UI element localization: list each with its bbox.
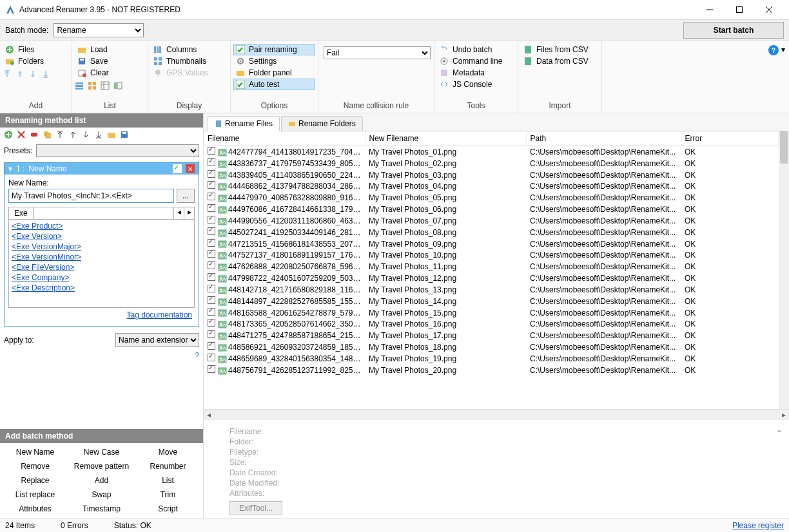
arrow-up-all-icon[interactable] xyxy=(3,70,12,79)
batch-method-new-name[interactable]: New Name xyxy=(3,446,68,459)
table-row[interactable]: 444990556_412003111806860_4633277...My T… xyxy=(204,215,779,227)
tag-link[interactable]: <Exe Version> xyxy=(12,231,191,242)
import-files-csv[interactable]: Files from CSV xyxy=(521,44,596,55)
table-row[interactable]: 444479970_408576328809880_9169047...My T… xyxy=(204,192,779,204)
table-row[interactable]: 448173365_420528507614662_3509165...My T… xyxy=(204,318,779,330)
options-folder-panel[interactable]: Folder panel xyxy=(233,67,315,79)
batch-method-move[interactable]: Move xyxy=(135,446,200,459)
tag-tab-exe[interactable]: Exe xyxy=(9,207,34,219)
options-pair[interactable]: Pair renaming xyxy=(233,44,315,55)
row-checkbox[interactable] xyxy=(208,342,215,350)
table-row[interactable]: 448659689_432840156380354_1484698...My T… xyxy=(204,353,779,365)
batch-method-script[interactable]: Script xyxy=(135,502,200,515)
batch-method-replace[interactable]: Replace xyxy=(3,474,68,487)
options-auto-test[interactable]: Auto test xyxy=(233,79,315,90)
table-row[interactable]: 447213515_415686181438553_2071835...My T… xyxy=(204,238,779,250)
row-checkbox[interactable] xyxy=(208,330,215,338)
tools-meta[interactable]: Metadata xyxy=(437,67,512,79)
tag-link[interactable]: <Exe Product> xyxy=(12,221,191,231)
presets-select[interactable] xyxy=(36,144,199,157)
batch-method-attributes[interactable]: Attributes xyxy=(3,502,68,515)
close-button[interactable] xyxy=(754,0,784,19)
exiftool-button[interactable]: ExifTool... xyxy=(229,501,282,515)
row-checkbox[interactable] xyxy=(208,181,215,189)
tag-link[interactable]: <Exe FileVersion> xyxy=(12,262,191,272)
move-top-icon[interactable] xyxy=(55,130,64,139)
details-collapse-icon[interactable]: ⌄ xyxy=(776,425,783,434)
batch-method-trim[interactable]: Trim xyxy=(135,488,200,501)
grid-view-icon[interactable] xyxy=(88,81,97,90)
move-down-icon[interactable] xyxy=(81,130,90,139)
table-row[interactable]: 448471275_424788587188654_2153053...My T… xyxy=(204,330,779,341)
row-checkbox[interactable] xyxy=(208,204,215,212)
move-bottom-icon[interactable] xyxy=(94,130,103,139)
record-icon[interactable] xyxy=(30,130,39,139)
row-checkbox[interactable] xyxy=(208,158,215,166)
row-checkbox[interactable] xyxy=(208,273,215,281)
batch-mode-select[interactable]: Rename xyxy=(54,23,144,37)
row-checkbox[interactable] xyxy=(208,216,215,223)
tag-documentation-link[interactable]: Tag documentation xyxy=(127,310,192,319)
tag-link[interactable]: <Exe Description> xyxy=(12,283,191,293)
batch-method-remove[interactable]: Remove xyxy=(3,460,68,473)
tab-rename-files[interactable]: Rename Files xyxy=(208,116,280,131)
table-row[interactable]: 442477794_414138014917235_7049308...My T… xyxy=(204,146,779,158)
vertical-scrollbar[interactable] xyxy=(779,131,789,409)
row-checkbox[interactable] xyxy=(208,285,215,292)
table-row[interactable]: 447626888_422080250766878_5962250...My T… xyxy=(204,261,779,272)
batch-method-remove-pattern[interactable]: Remove pattern xyxy=(69,460,134,473)
batch-method-new-case[interactable]: New Case xyxy=(69,446,134,459)
move-up-icon[interactable] xyxy=(68,130,77,139)
table-row[interactable]: 443839405_411403865190650_2242416...My T… xyxy=(204,169,779,181)
method-help-icon[interactable]: ? xyxy=(195,351,203,360)
remove-method-icon[interactable] xyxy=(17,130,26,139)
batch-method-swap[interactable]: Swap xyxy=(69,488,134,501)
dup-icon[interactable] xyxy=(43,130,52,139)
tab-next[interactable]: ▸ xyxy=(184,207,194,219)
table-row[interactable]: 448756791_426285123711992_8259887...My T… xyxy=(204,365,779,376)
tag-link[interactable]: <Exe VersionMinor> xyxy=(12,252,191,262)
row-checkbox[interactable] xyxy=(208,147,215,155)
table-row[interactable]: 448144897_422882527685585_1559815...My T… xyxy=(204,296,779,307)
horizontal-scrollbar[interactable]: ◂▸ xyxy=(204,409,789,419)
tag-link[interactable]: <Exe VersionMajor> xyxy=(12,242,191,252)
display-thumbnails[interactable]: Thumbnails xyxy=(151,55,225,67)
table-row[interactable]: 444468862_413794788288034_2860360...My T… xyxy=(204,180,779,192)
browse-tags-button[interactable]: ... xyxy=(177,189,195,203)
batch-method-timestamp[interactable]: Timestamp xyxy=(69,502,134,515)
row-checkbox[interactable] xyxy=(208,261,215,269)
maximize-button[interactable] xyxy=(725,0,754,19)
list-clear[interactable]: Clear xyxy=(75,67,142,79)
row-checkbox[interactable] xyxy=(208,354,215,361)
table-row[interactable]: 444976086_416728414661338_1796843...My T… xyxy=(204,204,779,215)
help-icon[interactable]: ? xyxy=(768,45,779,55)
row-checkbox[interactable] xyxy=(208,170,215,178)
batch-method-list[interactable]: List xyxy=(135,474,200,487)
list-load[interactable]: Load xyxy=(75,44,142,55)
row-checkbox[interactable] xyxy=(208,250,215,258)
row-checkbox[interactable] xyxy=(208,365,215,373)
arrow-down-icon[interactable] xyxy=(28,70,37,79)
table-row[interactable]: 445027241_419250334409146_2812215...My T… xyxy=(204,227,779,238)
other-view-icon[interactable] xyxy=(113,81,122,90)
add-folders[interactable]: Folders xyxy=(3,55,66,67)
tab-rename-folders[interactable]: Rename Folders xyxy=(281,116,363,131)
new-name-input[interactable] xyxy=(8,189,174,203)
batch-method-list-replace[interactable]: List replace xyxy=(3,488,68,501)
batch-method-add[interactable]: Add xyxy=(69,474,134,487)
list-view-icon[interactable] xyxy=(75,81,84,90)
tools-js[interactable]: JS Console xyxy=(437,79,512,90)
col-path[interactable]: Path xyxy=(526,131,681,146)
col-filename[interactable]: Filename xyxy=(204,131,365,146)
collision-select[interactable]: Fail xyxy=(324,46,431,59)
import-data-csv[interactable]: Data from CSV xyxy=(521,55,596,67)
method-enabled-check[interactable] xyxy=(173,164,182,173)
arrow-up-icon[interactable] xyxy=(15,70,24,79)
table-row[interactable]: 447998722_424051607259209_5032786...My T… xyxy=(204,272,779,284)
register-link[interactable]: Please register xyxy=(732,521,784,530)
row-checkbox[interactable] xyxy=(208,319,215,327)
tools-cmd[interactable]: Command line xyxy=(437,55,512,67)
apply-to-select[interactable]: Name and extension xyxy=(115,333,199,347)
col-error[interactable]: Error xyxy=(681,131,779,146)
tools-undo[interactable]: Undo batch xyxy=(437,44,512,55)
